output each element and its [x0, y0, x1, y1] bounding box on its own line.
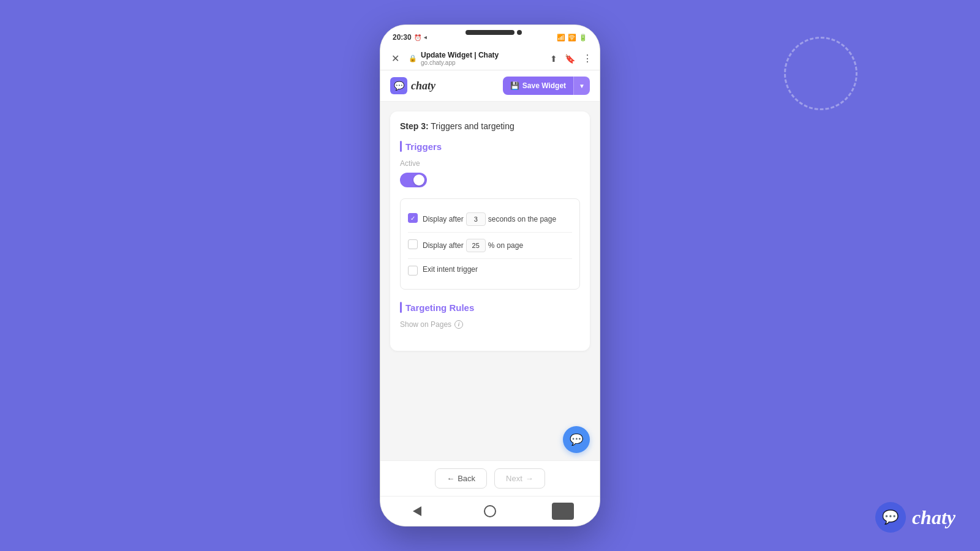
next-arrow-icon: →: [526, 474, 533, 483]
status-icons: 📶 🛜 🔋: [557, 34, 587, 42]
alarm-icon: ⏰: [414, 34, 421, 41]
browser-bar: ✕ 🔒 Update Widget | Chaty go.chaty.app ⬆…: [380, 47, 600, 70]
option-after-percent: % on page: [488, 241, 523, 250]
browser-actions: ⬆ 🔖 ⋮: [550, 53, 592, 64]
save-dropdown-button[interactable]: ▼: [573, 77, 590, 95]
browser-url-bar: 🔒 Update Widget | Chaty go.chaty.app: [409, 51, 544, 66]
checkbox-percent[interactable]: [408, 239, 418, 249]
battery-icon: 🔋: [579, 34, 587, 42]
chat-fab-button[interactable]: 💬: [563, 426, 590, 453]
show-on-pages-label: Show on Pages: [400, 320, 451, 329]
triggers-section-title: Triggers: [405, 141, 442, 152]
option-label-percent: Display after % on page: [423, 239, 523, 252]
show-on-pages: Show on Pages i: [400, 320, 580, 329]
more-icon[interactable]: ⋮: [582, 53, 592, 64]
trigger-options-box: ✓ Display after seconds on the page Disp…: [400, 198, 580, 290]
app-header: 💬 chaty 💾 Save Widget ▼: [380, 70, 600, 102]
android-back-button[interactable]: [406, 503, 428, 520]
phone-mockup: 20:30 ⏰ ◂ 📶 🛜 🔋 ✕ 🔒 Update Widget | Chat…: [380, 24, 600, 527]
browser-url: go.chaty.app: [421, 59, 499, 66]
section-bar-accent: [400, 141, 402, 152]
step-label: Step 3:: [400, 121, 429, 131]
targeting-section-bar: [400, 302, 402, 313]
trigger-option-percent: Display after % on page: [408, 233, 572, 259]
checkbox-exit-intent[interactable]: [408, 266, 418, 276]
trigger-option-seconds: ✓ Display after seconds on the page: [408, 206, 572, 233]
logo-icon: 💬: [390, 77, 407, 94]
triggers-toggle[interactable]: [400, 173, 427, 187]
content-card: Step 3: Triggers and targeting Triggers …: [390, 111, 590, 351]
option-label-seconds: Display after seconds on the page: [423, 212, 556, 226]
logo-text: chaty: [411, 80, 435, 92]
option-exit-intent-text: Exit intent trigger: [423, 265, 478, 274]
footer-nav: ← Back Next → 💬: [380, 460, 600, 496]
option-after-seconds: seconds on the page: [488, 215, 556, 223]
trigger-option-exit-intent: Exit intent trigger: [408, 259, 572, 282]
main-content: Step 3: Triggers and targeting Triggers …: [380, 102, 600, 460]
checkbox-seconds[interactable]: ✓: [408, 213, 418, 223]
triggers-section: Triggers Active ✓ Display after seconds …: [400, 141, 580, 290]
wifi-icon: 🛜: [568, 34, 576, 42]
back-button[interactable]: ← Back: [435, 468, 487, 489]
save-widget-button[interactable]: 💾 Save Widget: [503, 77, 573, 95]
option-before-percent: Display after: [423, 241, 464, 250]
step-description: Triggers and targeting: [431, 121, 514, 131]
chevron-down-icon: ▼: [579, 83, 585, 89]
seconds-input[interactable]: [466, 212, 486, 226]
status-bar: 20:30 ⏰ ◂ 📶 🛜 🔋: [380, 25, 600, 47]
active-label: Active: [400, 159, 580, 168]
url-info: Update Widget | Chaty go.chaty.app: [421, 51, 499, 66]
chaty-brand-icon: 💬: [875, 502, 906, 533]
triggers-section-header: Triggers: [400, 141, 580, 152]
android-recents-button[interactable]: [552, 503, 574, 520]
bookmark-icon[interactable]: 🔖: [565, 54, 575, 64]
android-home-button[interactable]: [479, 503, 501, 520]
browser-close-button[interactable]: ✕: [388, 51, 402, 66]
chaty-brand-bottom: 💬 chaty: [875, 502, 956, 533]
browser-title: Update Widget | Chaty: [421, 51, 499, 59]
back-arrow-icon: ←: [447, 474, 454, 483]
next-button[interactable]: Next →: [494, 468, 545, 489]
lock-icon: 🔒: [409, 54, 417, 62]
option-label-exit-intent: Exit intent trigger: [423, 265, 478, 274]
save-icon: 💾: [510, 81, 519, 90]
chaty-brand-text: chaty: [912, 506, 956, 529]
option-before-seconds: Display after: [423, 215, 464, 223]
notch-bar: [466, 30, 514, 35]
info-icon: i: [454, 320, 463, 329]
share-icon[interactable]: ⬆: [550, 54, 557, 64]
logo: 💬 chaty: [390, 77, 435, 94]
save-group: 💾 Save Widget ▼: [503, 77, 590, 95]
targeting-section-title: Targeting Rules: [405, 302, 474, 313]
status-time: 20:30 ⏰ ◂: [393, 33, 427, 42]
targeting-section-header: Targeting Rules: [400, 302, 580, 313]
signal-icon: 📶: [557, 34, 565, 42]
step-title: Step 3: Triggers and targeting: [400, 121, 580, 131]
android-nav: [380, 496, 600, 526]
percent-input[interactable]: [466, 239, 486, 252]
toggle-wrapper: [400, 173, 580, 190]
targeting-rules-section: Targeting Rules Show on Pages i: [400, 302, 580, 329]
